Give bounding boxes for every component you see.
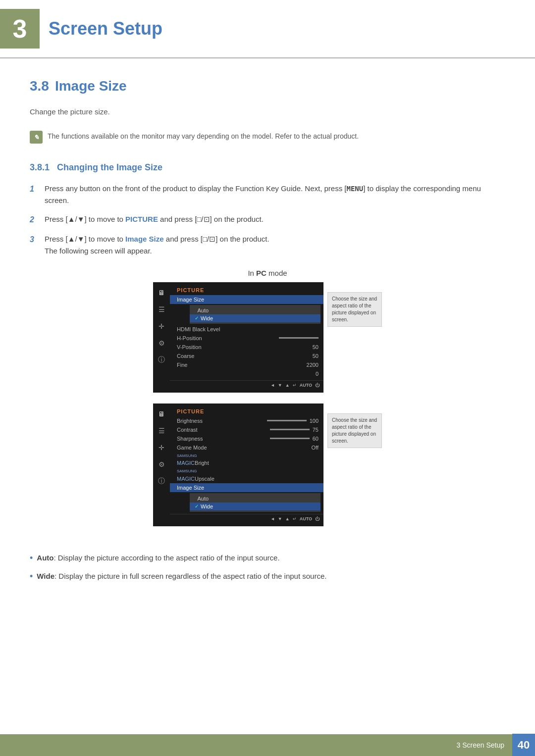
osd-hpos-label: H-Position	[177, 335, 202, 341]
osd-sharpness-label: Sharpness	[177, 436, 203, 442]
osd-bot-image-size[interactable]: Image Size	[170, 483, 323, 492]
chapter-number: 3	[13, 16, 27, 42]
osd-bottom-menu-label: PICTURE	[170, 408, 323, 416]
osd-sharpness-bar: 60	[270, 436, 319, 442]
section-title: 3.8 Image Size	[30, 78, 505, 94]
section-description: Change the picture size.	[30, 106, 505, 118]
osd-top-sidebar: 🖥 ☰ ✛ ⚙ ⓘ	[153, 282, 170, 393]
step-content-1: Press any button on the front of the pro…	[45, 183, 505, 206]
osd-hdmi-label: HDMI Black Level	[177, 326, 220, 332]
osd-top-bottom-bar: ◄ ▼ ▲ ↵ AUTO ⏻	[170, 380, 323, 388]
osd-item-coarse[interactable]: Coarse 50	[170, 352, 323, 360]
step-1: 1 Press any button on the front of the p…	[30, 183, 505, 206]
step-content-2: Press [▲/▼] to move to PICTURE and press…	[45, 213, 505, 226]
chapter-number-box: 3	[0, 9, 40, 49]
osd-dropdown-wide[interactable]: ✓ Wide	[190, 314, 321, 322]
main-content: 3.8 Image Size Change the picture size. …	[0, 78, 535, 618]
bullet-dot-1: •	[30, 551, 33, 565]
osd-item-fine2: 0	[170, 369, 323, 378]
osd-contrast-value: 75	[313, 427, 319, 433]
imagesize-highlight: Image Size	[125, 235, 164, 243]
bullet-wide-text: Wide: Display the picture in full screen…	[37, 570, 326, 584]
osd-item-image-size-top[interactable]: Image Size	[170, 295, 323, 304]
osd-sharpness-value: 60	[313, 436, 319, 442]
check-icon: ✓	[195, 315, 199, 321]
osd-dropdown-bottom: Auto ✓ Wide	[190, 493, 321, 512]
osd-item-hpos[interactable]: H-Position	[170, 334, 323, 343]
osd-icon-info: ⓘ	[156, 354, 167, 365]
osd-item-vpos[interactable]: V-Position 50	[170, 343, 323, 352]
osd-btn-enter: ↵	[293, 383, 297, 388]
bullet-list: • Auto: Display the picture according to…	[30, 552, 505, 584]
osd-btn-left: ◄	[270, 383, 275, 388]
osd-bot-icon-gear: ⚙	[156, 459, 167, 470]
osd-bot-btn-power: ⏻	[315, 516, 320, 521]
osd-vpos-value: 50	[313, 344, 319, 350]
osd-bot-icon-crosshair: ✛	[156, 442, 167, 453]
osd-coarse-value: 50	[313, 353, 319, 359]
osd-bot-btn-left: ◄	[270, 516, 275, 521]
subsection-number: 3.8.1	[30, 162, 50, 172]
osd-icon-crosshair: ✛	[156, 321, 167, 332]
step-number-1: 1	[30, 183, 39, 206]
note-box: ✎ The functions available on the monitor…	[30, 127, 505, 148]
bullet-wide: • Wide: Display the picture in full scre…	[30, 570, 505, 584]
osd-hpos-bar	[279, 337, 319, 339]
auto-term: Auto	[37, 554, 54, 562]
osd-bot-btn-up: ▲	[285, 516, 290, 521]
osd-contrast-slider	[270, 429, 310, 430]
osd-bot-icon-monitor: 🖥	[156, 408, 167, 419]
step-number-2: 2	[30, 213, 39, 226]
osd-bot-dropdown-auto[interactable]: Auto	[190, 495, 321, 503]
osd-btn-down: ▼	[278, 383, 282, 388]
note-text: The functions available on the monitor m…	[48, 131, 359, 142]
osd-bot-auto-label: AUTO	[300, 516, 312, 521]
osd-contrast-bar: 75	[270, 427, 319, 433]
osd-bot-icon-menu1: ☰	[156, 425, 167, 436]
osd-dropdown-top: Auto ✓ Wide	[190, 305, 321, 324]
osd-bot-magicbright[interactable]: SAMSUNGMAGICBright	[170, 452, 323, 468]
osd-top-full: 🖥 ☰ ✛ ⚙ ⓘ PICTURE Image Size	[153, 282, 323, 393]
osd-top-mockup: 🖥 ☰ ✛ ⚙ ⓘ PICTURE Image Size	[153, 282, 382, 393]
step-2: 2 Press [▲/▼] to move to PICTURE and pre…	[30, 213, 505, 226]
osd-icon-gear: ⚙	[156, 338, 167, 349]
osd-top-tooltip: Choose the size and aspect ratio of the …	[327, 292, 382, 327]
mode-label: In PC mode	[30, 269, 505, 277]
osd-bottom-sidebar: 🖥 ☰ ✛ ⚙ ⓘ	[153, 403, 170, 526]
chapter-header: 3 Screen Setup	[0, 0, 535, 58]
osd-bot-btn-enter: ↵	[293, 516, 297, 521]
osd-item-label: Image Size	[177, 297, 204, 302]
osd-dropdown-auto[interactable]: Auto	[190, 306, 321, 314]
osd-bot-sharpness[interactable]: Sharpness 60	[170, 434, 323, 443]
bullet-auto: • Auto: Display the picture according to…	[30, 552, 505, 565]
monitor-mockup-container: 🖥 ☰ ✛ ⚙ ⓘ PICTURE Image Size	[30, 282, 505, 537]
osd-top-menu-label: PICTURE	[170, 287, 323, 295]
osd-bot-brightness[interactable]: Brightness 100	[170, 416, 323, 425]
osd-bot-contrast[interactable]: Contrast 75	[170, 425, 323, 434]
osd-gamemode-value: Off	[312, 445, 319, 451]
chapter-title: Screen Setup	[49, 18, 162, 39]
osd-bot-icon-info: ⓘ	[156, 476, 167, 487]
osd-gamemode-label: Game Mode	[177, 445, 207, 451]
pc-mode-text: PC	[256, 269, 267, 277]
osd-bot-dropdown-wide[interactable]: ✓ Wide	[190, 503, 321, 510]
osd-bot-btn-down: ▼	[278, 516, 282, 521]
osd-icon-monitor: 🖥	[156, 287, 167, 298]
menu-key: MENU	[347, 185, 364, 193]
osd-slider	[279, 337, 319, 339]
footer-section-label: 3 Screen Setup	[456, 741, 504, 749]
osd-bot-magicupscale[interactable]: SAMSUNGMAGICUpscale	[170, 467, 323, 483]
osd-bot-gamemode[interactable]: Game Mode Off	[170, 443, 323, 452]
osd-icon-menu1: ☰	[156, 304, 167, 315]
osd-btn-up: ▲	[285, 383, 290, 388]
osd-top-menu: PICTURE Image Size Auto ✓ Wide	[170, 282, 323, 393]
osd-sharpness-slider	[270, 438, 310, 439]
osd-bottom-tooltip: Choose the size and aspect ratio of the …	[327, 413, 382, 448]
bullet-dot-2: •	[30, 569, 33, 584]
osd-auto-label: AUTO	[300, 383, 312, 388]
osd-coarse-label: Coarse	[177, 353, 194, 359]
osd-item-fine[interactable]: Fine 2200	[170, 360, 323, 369]
subsection-heading: Changing the Image Size	[57, 162, 162, 172]
osd-item-hdmi[interactable]: HDMI Black Level	[170, 325, 323, 334]
osd-brightness-label: Brightness	[177, 418, 203, 424]
